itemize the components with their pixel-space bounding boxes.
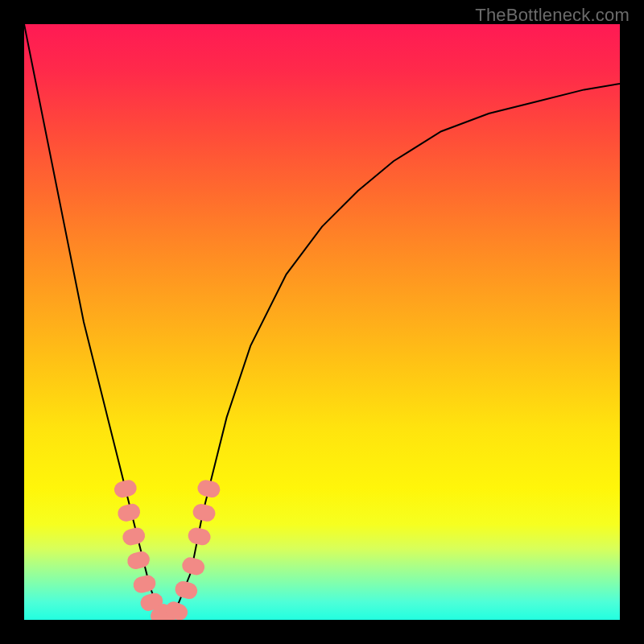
curve-marker — [126, 550, 151, 571]
curve-marker — [116, 502, 142, 523]
bottleneck-curve — [24, 24, 620, 617]
curve-marker — [192, 502, 217, 523]
curve-marker — [173, 580, 199, 601]
curve-marker — [121, 526, 147, 547]
bottleneck-chart — [24, 24, 620, 620]
curve-marker — [131, 574, 157, 595]
curve-marker — [187, 526, 213, 547]
watermark-label: TheBottleneck.com — [475, 5, 630, 26]
curve-marker — [196, 478, 222, 499]
curve-layer — [24, 24, 620, 617]
curve-marker — [180, 555, 206, 577]
curve-marker — [113, 478, 138, 499]
